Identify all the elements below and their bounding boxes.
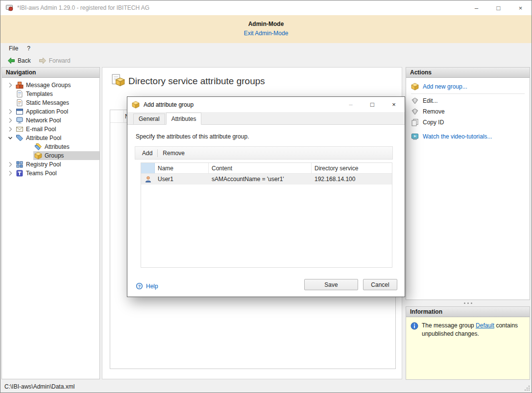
nav-item-message-groups[interactable]: Message Groups bbox=[2, 81, 99, 90]
attributes-table: Name Content Directory service User1 sAM… bbox=[141, 162, 392, 268]
nav-item-label: Teams Pool bbox=[26, 170, 57, 177]
registry-pool-icon bbox=[16, 161, 24, 168]
nav-toolbar: Back Forward bbox=[0, 54, 532, 67]
back-button[interactable]: Back bbox=[3, 55, 35, 66]
dialog-minimize-button[interactable]: – bbox=[340, 97, 362, 112]
dialog-body: Specify the attributes of this attribute… bbox=[127, 125, 405, 297]
page-title: Directory service attribute groups bbox=[128, 76, 265, 87]
directory-service-column-header[interactable]: Directory service bbox=[312, 163, 392, 173]
help-link[interactable]: ? Help bbox=[136, 282, 158, 290]
nav-item-attributes[interactable]: Attributes bbox=[2, 142, 99, 151]
icon-column-header[interactable] bbox=[141, 163, 155, 173]
nav-item-network-pool[interactable]: Network Pool bbox=[2, 116, 99, 125]
dialog-description: Specify the attributes of this attribute… bbox=[136, 133, 249, 140]
nav-item-static-messages[interactable]: Static Messages bbox=[2, 98, 99, 107]
dialog-close-button[interactable]: × bbox=[383, 97, 405, 112]
menu-file[interactable]: File bbox=[4, 44, 23, 53]
admin-mode-title: Admin-Mode bbox=[0, 21, 532, 27]
default-group-link[interactable]: Default bbox=[476, 322, 494, 329]
action-edit[interactable]: Edit... bbox=[406, 95, 530, 106]
attributes-table-header: Name Content Directory service bbox=[141, 163, 392, 174]
maximize-button[interactable]: □ bbox=[487, 0, 509, 15]
nav-item-templates[interactable]: Templates bbox=[2, 90, 99, 98]
chevron-right-icon[interactable] bbox=[6, 81, 15, 89]
nav-item-label: Message Groups bbox=[26, 82, 71, 89]
actions-separator bbox=[411, 93, 525, 94]
save-button[interactable]: Save bbox=[304, 279, 358, 290]
add-attribute-button[interactable]: Add bbox=[135, 150, 157, 157]
status-path: C:\IBI-aws\Admin\Data.xml bbox=[4, 383, 74, 390]
action-add-new-group[interactable]: Add new group... bbox=[406, 81, 530, 92]
exit-admin-mode-link[interactable]: Exit Admin-Mode bbox=[244, 30, 289, 37]
chevron-down-icon[interactable] bbox=[6, 134, 15, 142]
groups-icon bbox=[34, 152, 42, 160]
attributes-toolbar: Add Remove bbox=[135, 146, 393, 160]
nav-item-label: Static Messages bbox=[26, 99, 69, 106]
information-header: Information bbox=[406, 307, 530, 317]
action-copy-id[interactable]: Copy ID bbox=[406, 117, 530, 128]
chevron-right-icon[interactable] bbox=[6, 161, 15, 168]
action-watch-tutorials[interactable]: Watch the video-tutorials... bbox=[406, 131, 530, 142]
nav-item-registry-pool[interactable]: Registry Pool bbox=[2, 160, 99, 169]
tab-general[interactable]: General bbox=[133, 114, 165, 125]
nav-item-teams-pool[interactable]: Teams Pool bbox=[2, 169, 99, 178]
twisty-spacer bbox=[24, 143, 33, 151]
row-content: sAMAccountName = 'user1' bbox=[209, 176, 312, 183]
cancel-button[interactable]: Cancel bbox=[363, 279, 397, 290]
minimize-button[interactable]: – bbox=[465, 0, 487, 15]
content-column-header[interactable]: Content bbox=[209, 163, 312, 173]
twisty-spacer bbox=[6, 99, 15, 107]
svg-text:?: ? bbox=[138, 284, 141, 289]
row-name: User1 bbox=[155, 176, 209, 183]
nav-item-label: Attribute Pool bbox=[26, 135, 61, 141]
close-button[interactable]: × bbox=[509, 0, 532, 15]
attributes-icon bbox=[34, 143, 42, 151]
name-column-header[interactable]: Name bbox=[155, 163, 209, 173]
table-row[interactable]: User1 sAMAccountName = 'user1' 192.168.1… bbox=[141, 174, 392, 185]
action-remove[interactable]: Remove bbox=[406, 106, 530, 117]
edit-icon bbox=[411, 97, 419, 105]
app-icon bbox=[5, 4, 13, 12]
forward-label: Forward bbox=[49, 57, 71, 64]
help-icon: ? bbox=[136, 282, 143, 290]
actions-panel: Actions Add new group... Edit... Remove … bbox=[406, 67, 530, 300]
teams-pool-icon bbox=[16, 169, 24, 177]
dialog-title: Add attribute group bbox=[144, 101, 193, 108]
navigation-tree: Message Groups Templates Static Messages… bbox=[2, 78, 99, 178]
twisty-spacer bbox=[6, 90, 15, 98]
information-text: The message group Default contains unpub… bbox=[422, 322, 525, 338]
action-label: Watch the video-tutorials... bbox=[423, 133, 492, 140]
action-label: Remove bbox=[423, 108, 445, 115]
action-label: Add new group... bbox=[423, 83, 467, 90]
remove-icon bbox=[411, 108, 419, 116]
video-tutorials-icon bbox=[411, 133, 419, 140]
chevron-right-icon[interactable] bbox=[6, 116, 15, 124]
attribute-pool-icon bbox=[16, 134, 24, 142]
dialog-controls: – □ × bbox=[340, 97, 405, 112]
tab-attributes[interactable]: Attributes bbox=[166, 113, 202, 125]
remove-attribute-button[interactable]: Remove bbox=[158, 150, 190, 157]
navigation-panel: Navigation Message Groups Templates Stat… bbox=[1, 67, 100, 379]
resize-grip[interactable] bbox=[524, 385, 531, 392]
window-title: *IBI-aws Admin 1.29.0 - registered for I… bbox=[17, 4, 149, 11]
nav-item-label: Attributes bbox=[45, 143, 70, 150]
nav-item-email-pool[interactable]: E-mail Pool bbox=[2, 125, 99, 134]
chevron-right-icon[interactable] bbox=[6, 169, 15, 177]
forward-arrow-icon bbox=[39, 57, 47, 65]
dialog-maximize-button[interactable]: □ bbox=[362, 97, 383, 112]
nav-item-groups[interactable]: Groups bbox=[2, 151, 99, 160]
panel-splitter[interactable] bbox=[406, 300, 530, 306]
titlebar: *IBI-aws Admin 1.29.0 - registered for I… bbox=[0, 0, 532, 15]
nav-item-attribute-pool[interactable]: Attribute Pool bbox=[2, 134, 99, 142]
back-arrow-icon bbox=[7, 57, 15, 65]
dialog-titlebar: Add attribute group – □ × bbox=[127, 97, 405, 112]
nav-item-application-pool[interactable]: Application Pool bbox=[2, 107, 99, 116]
back-label: Back bbox=[18, 57, 31, 64]
menu-bar: File ? bbox=[0, 43, 532, 54]
chevron-right-icon[interactable] bbox=[6, 125, 15, 133]
chevron-right-icon[interactable] bbox=[6, 108, 15, 116]
email-pool-icon bbox=[16, 125, 24, 133]
menu-help[interactable]: ? bbox=[23, 44, 35, 53]
attribute-groups-icon bbox=[111, 74, 125, 87]
forward-button[interactable]: Forward bbox=[35, 55, 74, 66]
